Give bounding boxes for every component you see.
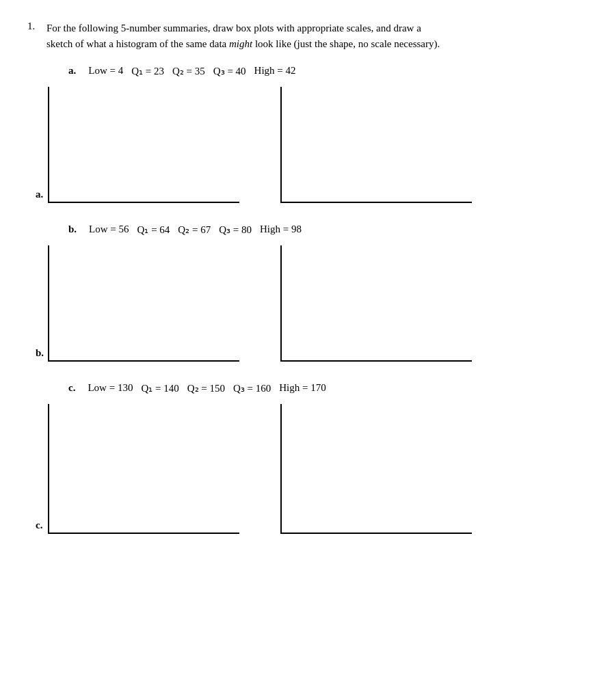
part-b-left-area	[48, 245, 239, 362]
part-b-label: b.	[68, 224, 77, 235]
part-a-low: Low = 4	[88, 65, 123, 77]
part-a-q1: Q₁ = 23	[131, 65, 164, 77]
part-c-block: c. Low = 130 Q₁ = 140 Q₂ = 150 Q₃ = 160 …	[27, 382, 583, 534]
question-number: 1.	[27, 21, 47, 53]
part-a-q2: Q₂ = 35	[172, 65, 205, 77]
question-italic: might	[229, 38, 252, 49]
part-b-box-left	[48, 245, 239, 362]
part-c-q2: Q₂ = 150	[187, 382, 225, 394]
part-b-low: Low = 56	[89, 224, 129, 235]
part-b-box-right	[280, 245, 472, 362]
question-line2b: look like (just the shape, no scale nece…	[252, 38, 440, 49]
part-c-side-label: c.	[36, 520, 49, 533]
part-c-box-right	[280, 404, 472, 534]
part-a-block: a. Low = 4 Q₁ = 23 Q₂ = 35 Q₃ = 40 High …	[27, 65, 583, 203]
part-b-q2: Q₂ = 67	[178, 224, 211, 236]
part-b-boxes	[48, 245, 472, 362]
part-a-box-left	[48, 87, 239, 203]
part-b-side-label: b.	[36, 347, 49, 360]
question-intro: 1. For the following 5-number summaries,…	[27, 21, 583, 53]
part-c-box-left	[48, 404, 239, 534]
part-b-q3: Q₃ = 80	[219, 224, 252, 236]
part-c-q3: Q₃ = 160	[233, 382, 271, 394]
part-a-box-right	[280, 87, 472, 203]
part-a-side-label: a.	[36, 189, 49, 202]
part-c-left-area	[48, 404, 239, 534]
part-b-q1: Q₁ = 64	[137, 224, 170, 236]
part-a-right-area	[280, 87, 472, 203]
part-b-drawing: b.	[48, 245, 583, 362]
part-a-label: a.	[68, 65, 76, 77]
part-c-low: Low = 130	[88, 382, 133, 394]
part-a-boxes	[48, 87, 472, 203]
part-a-high: High = 42	[254, 65, 296, 77]
part-b-high: High = 98	[260, 224, 302, 235]
part-b-block: b. Low = 56 Q₁ = 64 Q₂ = 67 Q₃ = 80 High…	[27, 224, 583, 362]
part-a-q3: Q₃ = 40	[213, 65, 246, 77]
part-c-right-area	[280, 404, 472, 534]
part-a-stats: a. Low = 4 Q₁ = 23 Q₂ = 35 Q₃ = 40 High …	[68, 65, 583, 77]
question-line1: For the following 5-number summaries, dr…	[47, 23, 421, 33]
part-c-label: c.	[68, 382, 75, 394]
part-c-drawing: c.	[48, 404, 583, 534]
part-b-stats: b. Low = 56 Q₁ = 64 Q₂ = 67 Q₃ = 80 High…	[68, 224, 583, 236]
part-a-drawing: a.	[48, 87, 583, 203]
part-b-right-area	[280, 245, 472, 362]
question-line2a: sketch of what a histogram of the same d…	[47, 38, 229, 49]
part-c-stats: c. Low = 130 Q₁ = 140 Q₂ = 150 Q₃ = 160 …	[68, 382, 583, 394]
part-c-high: High = 170	[279, 382, 326, 394]
part-a-left-area	[48, 87, 239, 203]
question-text: For the following 5-number summaries, dr…	[47, 21, 583, 53]
part-c-boxes	[48, 404, 472, 534]
part-c-q1: Q₁ = 140	[141, 382, 178, 394]
